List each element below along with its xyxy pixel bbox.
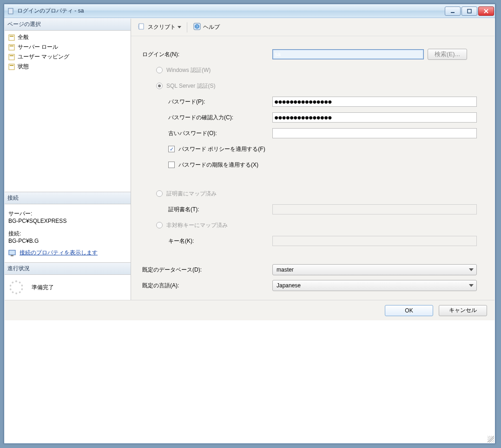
- key-name-input: [272, 236, 477, 246]
- svg-rect-5: [9, 35, 14, 40]
- svg-rect-0: [8, 8, 13, 14]
- mapped-asym-label: 非対称キーにマップ済み: [166, 221, 228, 229]
- password-input[interactable]: [272, 97, 477, 107]
- page-icon: [7, 64, 16, 70]
- svg-rect-14: [11, 255, 13, 256]
- ok-label: OK: [405, 307, 413, 314]
- sidebar-item-status[interactable]: 状態: [7, 62, 129, 71]
- default-lang-select[interactable]: Japanese: [272, 280, 477, 291]
- svg-rect-7: [9, 45, 14, 50]
- mapped-asym-radio: [156, 222, 163, 228]
- cert-name-label: 証明書名(T):: [142, 206, 272, 214]
- page-select-header: ページの選択: [5, 19, 131, 31]
- sidebar-item-label: 状態: [18, 63, 29, 71]
- old-password-input[interactable]: [272, 128, 477, 138]
- chevron-down-icon: [469, 284, 474, 287]
- search-button-label: 検索(E)...: [435, 51, 460, 58]
- windows-auth-radio: [156, 67, 163, 73]
- default-db-select[interactable]: master: [272, 264, 477, 275]
- confirm-password-label: パスワードの確認入力(C):: [142, 114, 272, 122]
- dialog-footer: OK キャンセル: [5, 300, 494, 320]
- progress-status: 準備完了: [32, 284, 54, 292]
- server-value: BG-PC¥SQLEXPRESS: [8, 218, 127, 224]
- password-label: パスワード(P):: [142, 98, 272, 106]
- sidebar: ページの選択 全般 サーバー ロール ユーザー マッピング: [5, 19, 131, 300]
- sql-auth-label: SQL Server 認証(S): [166, 82, 216, 90]
- svg-rect-6: [10, 36, 13, 37]
- script-label: スクリプト: [148, 23, 176, 31]
- toolbar: スクリプト ? ヘルプ: [131, 19, 494, 36]
- sidebar-item-label: 全般: [18, 33, 29, 41]
- sql-auth-radio: [156, 83, 163, 89]
- ok-button[interactable]: OK: [385, 305, 433, 316]
- enforce-expiry-checkbox[interactable]: [168, 162, 175, 168]
- app-icon: [7, 7, 14, 15]
- default-db-label: 既定のデータベース(D):: [142, 266, 272, 274]
- enforce-policy-label: パスワード ポリシーを適用する(F): [178, 145, 265, 153]
- old-password-label: 古いパスワード(O):: [142, 130, 272, 137]
- sidebar-item-user-mapping[interactable]: ユーザー マッピング: [7, 52, 129, 62]
- default-lang-value: Japanese: [277, 282, 301, 289]
- help-button[interactable]: ? ヘルプ: [190, 21, 223, 33]
- link-text: 接続のプロパティを表示します: [20, 249, 98, 257]
- svg-rect-8: [10, 45, 13, 46]
- connection-label: 接続:: [8, 230, 127, 238]
- login-name-input[interactable]: [272, 49, 424, 59]
- chevron-down-icon: [469, 268, 474, 271]
- script-button[interactable]: スクリプト: [135, 21, 184, 33]
- main-panel: スクリプト ? ヘルプ ログイン名(N):: [131, 19, 494, 300]
- default-lang-label: 既定の言語(A):: [142, 282, 272, 290]
- close-button[interactable]: [478, 6, 494, 16]
- page-list: 全般 サーバー ロール ユーザー マッピング 状態: [5, 31, 131, 73]
- mapped-cert-label: 証明書にマップ済み: [166, 190, 217, 198]
- search-button[interactable]: 検索(E)...: [428, 49, 467, 60]
- cancel-label: キャンセル: [449, 307, 477, 313]
- page-icon: [7, 54, 16, 60]
- dropdown-icon: [178, 26, 181, 28]
- enforce-policy-checkbox[interactable]: [168, 146, 175, 152]
- cancel-button[interactable]: キャンセル: [439, 305, 487, 316]
- page-icon: [7, 34, 16, 41]
- toolbar-separator: [187, 22, 187, 32]
- titlebar[interactable]: ログインのプロパティ - sa: [4, 4, 495, 18]
- page-icon: [7, 44, 16, 51]
- sidebar-item-label: サーバー ロール: [18, 43, 58, 51]
- help-label: ヘルプ: [203, 23, 220, 31]
- svg-rect-10: [10, 55, 13, 56]
- login-name-label: ログイン名(N):: [142, 51, 272, 58]
- svg-rect-9: [9, 54, 14, 60]
- resize-grip-icon[interactable]: [488, 436, 494, 442]
- progress-header: 進行状況: [5, 263, 131, 275]
- enforce-expiry-label: パスワードの期限を適用する(X): [178, 161, 258, 169]
- help-icon: ?: [193, 22, 201, 32]
- minimize-button[interactable]: [445, 6, 461, 16]
- svg-rect-13: [9, 250, 15, 255]
- connection-header: 接続: [5, 192, 131, 204]
- confirm-password-input[interactable]: [272, 112, 477, 123]
- progress-spinner-icon: [9, 280, 23, 294]
- svg-text:?: ?: [196, 25, 198, 29]
- properties-icon: [8, 249, 17, 259]
- sidebar-item-general[interactable]: 全般: [7, 32, 129, 42]
- sidebar-item-server-roles[interactable]: サーバー ロール: [7, 42, 129, 52]
- key-name-label: キー名(K):: [142, 237, 272, 245]
- svg-rect-11: [9, 64, 14, 70]
- connection-value: BG-PC¥B.G: [8, 238, 127, 244]
- svg-rect-2: [468, 9, 471, 13]
- connection-properties-link[interactable]: 接続のプロパティを表示します: [8, 249, 127, 259]
- sidebar-item-label: ユーザー マッピング: [18, 53, 69, 61]
- mapped-cert-radio: [156, 190, 163, 197]
- maximize-button[interactable]: [461, 6, 477, 16]
- cert-name-input: [272, 204, 477, 214]
- windows-auth-label: Windows 認証(W): [166, 66, 211, 74]
- window-title: ログインのプロパティ - sa: [17, 7, 445, 15]
- default-db-value: master: [277, 266, 294, 273]
- script-icon: [138, 22, 146, 32]
- svg-rect-12: [10, 65, 13, 66]
- server-label: サーバー:: [8, 210, 127, 218]
